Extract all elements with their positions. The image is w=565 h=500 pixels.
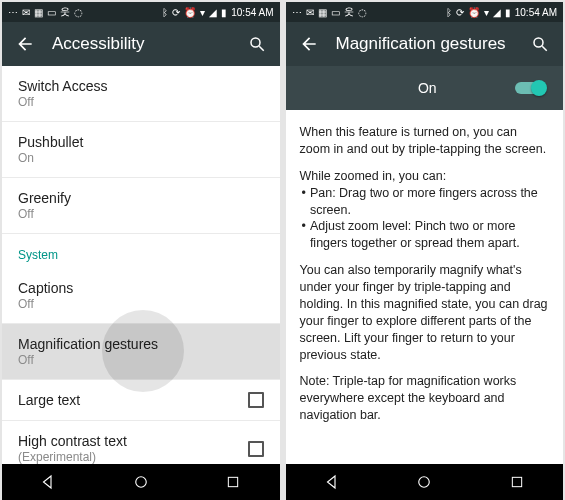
contacts-icon: 웃 [344, 5, 354, 19]
status-time: 10:54 AM [515, 7, 557, 18]
svg-rect-7 [512, 477, 521, 486]
status-right-icons: ᛒ ⟳ ⏰ ▾ ◢ ▮ 10:54 AM [446, 7, 557, 18]
svg-line-1 [259, 46, 264, 51]
detail-bullet: Adjust zoom level: Pinch two or more fin… [310, 218, 549, 252]
svg-point-2 [136, 477, 147, 488]
detail-temp: You can also temporarily magnify what's … [300, 262, 550, 363]
status-time: 10:54 AM [231, 7, 273, 18]
list-item-magnification-gestures[interactable]: Magnification gestures Off [2, 324, 280, 380]
mail-icon: ✉ [306, 7, 314, 18]
alarm-icon: ⏰ [468, 7, 480, 18]
battery-icon: ▮ [505, 7, 511, 18]
contacts-icon: 웃 [60, 5, 70, 19]
master-toggle-row[interactable]: On [286, 66, 564, 110]
item-subtitle: (Experimental) [18, 450, 127, 464]
svg-point-0 [251, 38, 260, 47]
list-item-switch-access[interactable]: Switch Access Off [2, 66, 280, 122]
item-title: Captions [18, 280, 73, 296]
svg-point-6 [419, 477, 430, 488]
chat-icon: ◌ [74, 7, 83, 18]
bluetooth-icon: ᛒ [446, 7, 452, 18]
nav-home-button[interactable] [404, 470, 444, 494]
list-item-greenify[interactable]: Greenify Off [2, 178, 280, 234]
status-bar: ⋯ ✉ ▦ ▭ 웃 ◌ ᛒ ⟳ ⏰ ▾ ◢ ▮ 10:54 AM [2, 2, 280, 22]
back-icon[interactable] [298, 33, 320, 55]
calendar-icon: ▦ [318, 7, 327, 18]
back-icon[interactable] [14, 33, 36, 55]
list-item-large-text[interactable]: Large text [2, 380, 280, 421]
nav-home-button[interactable] [121, 470, 161, 494]
toggle-label: On [302, 80, 514, 96]
signal-icon: ◢ [493, 7, 501, 18]
item-subtitle: Off [18, 297, 73, 311]
item-title: Large text [18, 392, 80, 408]
nav-recent-button[interactable] [497, 470, 537, 494]
item-title: Greenify [18, 190, 71, 206]
item-subtitle: Off [18, 207, 71, 221]
checkbox-high-contrast[interactable] [248, 441, 264, 457]
status-bar: ⋯ ✉ ▦ ▭ 웃 ◌ ᛒ ⟳ ⏰ ▾ ◢ ▮ 10:54 AM [286, 2, 564, 22]
item-title: Switch Access [18, 78, 107, 94]
navigation-bar [286, 464, 564, 500]
bluetooth-icon: ᛒ [162, 7, 168, 18]
nav-recent-button[interactable] [213, 470, 253, 494]
list-item-pushbullet[interactable]: Pushbullet On [2, 122, 280, 178]
screen-icon: ▭ [47, 7, 56, 18]
detail-content[interactable]: When this feature is turned on, you can … [286, 110, 564, 464]
item-subtitle: Off [18, 353, 158, 367]
svg-line-5 [542, 46, 547, 51]
signal-icon: ◢ [209, 7, 217, 18]
search-icon[interactable] [529, 33, 551, 55]
wifi-icon: ▾ [484, 7, 489, 18]
alarm-icon: ⏰ [184, 7, 196, 18]
sync-icon: ⟳ [172, 7, 180, 18]
screen-icon: ▭ [331, 7, 340, 18]
app-bar: Accessibility [2, 22, 280, 66]
appbar-title: Accessibility [52, 34, 230, 54]
item-title: High contrast text [18, 433, 127, 449]
search-icon[interactable] [246, 33, 268, 55]
list-item-captions[interactable]: Captions Off [2, 268, 280, 324]
item-title: Magnification gestures [18, 336, 158, 352]
more-icon: ⋯ [292, 7, 302, 18]
phone-right: ⋯ ✉ ▦ ▭ 웃 ◌ ᛒ ⟳ ⏰ ▾ ◢ ▮ 10:54 AM Magnifi… [286, 2, 564, 500]
sync-icon: ⟳ [456, 7, 464, 18]
chat-icon: ◌ [358, 7, 367, 18]
status-right-icons: ᛒ ⟳ ⏰ ▾ ◢ ▮ 10:54 AM [162, 7, 273, 18]
calendar-icon: ▦ [34, 7, 43, 18]
item-subtitle: On [18, 151, 83, 165]
list-item-high-contrast[interactable]: High contrast text (Experimental) [2, 421, 280, 464]
battery-icon: ▮ [221, 7, 227, 18]
detail-intro: When this feature is turned on, you can … [300, 124, 550, 158]
detail-zoom-heading: While zoomed in, you can: [300, 168, 550, 185]
detail-note: Note: Triple-tap for magnification works… [300, 373, 550, 424]
master-switch[interactable] [513, 79, 547, 97]
phone-left: ⋯ ✉ ▦ ▭ 웃 ◌ ᛒ ⟳ ⏰ ▾ ◢ ▮ 10:54 AM Accessi… [2, 2, 280, 500]
detail-bullet: Pan: Drag two or more fingers across the… [310, 185, 549, 219]
checkbox-large-text[interactable] [248, 392, 264, 408]
more-icon: ⋯ [8, 7, 18, 18]
nav-back-button[interactable] [28, 470, 68, 494]
item-subtitle: Off [18, 95, 107, 109]
item-title: Pushbullet [18, 134, 83, 150]
appbar-title: Magnification gestures [336, 34, 514, 54]
app-bar: Magnification gestures [286, 22, 564, 66]
status-left-icons: ⋯ ✉ ▦ ▭ 웃 ◌ [8, 5, 83, 19]
nav-back-button[interactable] [312, 470, 352, 494]
mail-icon: ✉ [22, 7, 30, 18]
section-header-system: System [2, 234, 280, 268]
svg-rect-3 [229, 477, 238, 486]
svg-point-4 [534, 38, 543, 47]
navigation-bar [2, 464, 280, 500]
status-left-icons: ⋯ ✉ ▦ ▭ 웃 ◌ [292, 5, 367, 19]
settings-list[interactable]: Switch Access Off Pushbullet On Greenify… [2, 66, 280, 464]
wifi-icon: ▾ [200, 7, 205, 18]
